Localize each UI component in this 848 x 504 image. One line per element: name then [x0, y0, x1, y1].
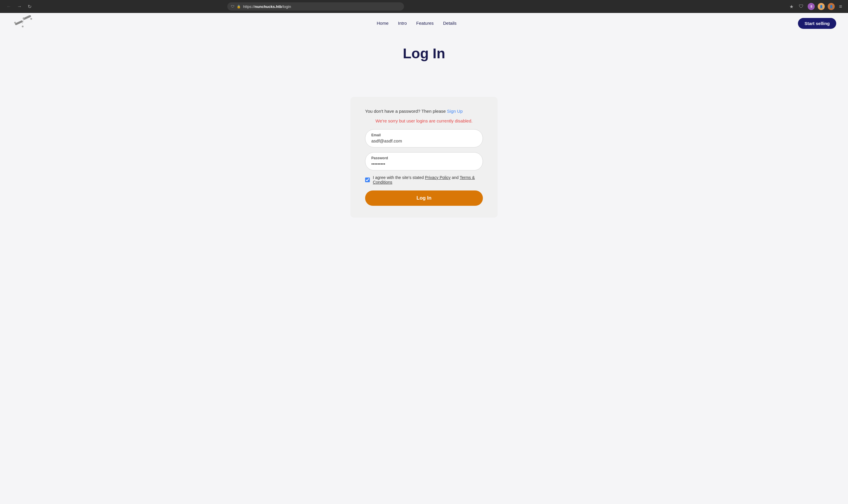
signup-link[interactable]: Sign Up: [447, 109, 463, 114]
svg-point-5: [23, 17, 24, 19]
firefox-shield-button[interactable]: 🛡: [798, 3, 805, 10]
navbar: Home Intro Features Details Start sellin…: [0, 13, 848, 34]
email-field-wrapper: Email: [365, 129, 483, 147]
url-text: https://nunchucks.htb/login: [243, 4, 291, 9]
address-bar[interactable]: 🛡 🔒 https://nunchucks.htb/login: [227, 2, 404, 11]
bookmark-button[interactable]: ★: [788, 3, 795, 11]
refresh-button[interactable]: ↻: [26, 3, 33, 11]
svg-point-4: [22, 25, 23, 28]
privacy-policy-link[interactable]: Privacy Policy: [425, 175, 451, 180]
lock-icon: 🔒: [237, 5, 241, 8]
password-label: Password: [371, 156, 477, 160]
terms-checkbox-row: I agree with the site's stated Privacy P…: [365, 175, 483, 184]
start-selling-button[interactable]: Start selling: [798, 18, 836, 29]
forward-button[interactable]: →: [15, 3, 23, 11]
browser-menu-button[interactable]: ≡: [838, 2, 843, 11]
agree-checkbox[interactable]: [365, 177, 370, 182]
browser-actions: ★ 🛡 8 👤 👤 ≡: [788, 2, 843, 11]
email-input[interactable]: [371, 138, 477, 143]
browser-nav-buttons: ← → ↻: [5, 3, 33, 11]
spacer: [0, 68, 848, 85]
form-section: You don't have a password? Then please S…: [0, 85, 848, 235]
browser-chrome: ← → ↻ 🛡 🔒 https://nunchucks.htb/login ★ …: [0, 0, 848, 13]
nav-home[interactable]: Home: [377, 21, 389, 25]
navbar-links: Home Intro Features Details: [377, 21, 457, 26]
page-title-section: Log In: [0, 34, 848, 68]
nav-intro[interactable]: Intro: [398, 21, 407, 25]
avatar-2[interactable]: 👤: [828, 3, 835, 10]
back-button[interactable]: ←: [5, 3, 13, 11]
login-form-card: You don't have a password? Then please S…: [350, 97, 498, 218]
login-button[interactable]: Log In: [365, 191, 483, 206]
avatar-1[interactable]: 👤: [818, 3, 825, 10]
svg-rect-0: [15, 20, 23, 25]
profile-badge[interactable]: 8: [808, 3, 815, 10]
password-field-wrapper: Password: [365, 152, 483, 170]
svg-point-3: [30, 18, 32, 20]
signup-prompt: You don't have a password? Then please S…: [365, 109, 483, 114]
page-title: Log In: [0, 45, 848, 61]
nav-features[interactable]: Features: [416, 21, 434, 25]
site-logo[interactable]: [12, 15, 35, 32]
terms-checkbox-label: I agree with the site's stated Privacy P…: [373, 175, 483, 184]
error-message: We're sorry but user logins are currentl…: [365, 118, 483, 123]
page-wrapper: Home Intro Features Details Start sellin…: [0, 13, 848, 504]
shield-icon: 🛡: [231, 4, 234, 8]
notification-count: 8: [811, 5, 812, 8]
email-label: Email: [371, 133, 477, 137]
password-input[interactable]: [371, 161, 477, 166]
nav-details[interactable]: Details: [443, 21, 457, 25]
svg-point-2: [14, 22, 16, 23]
